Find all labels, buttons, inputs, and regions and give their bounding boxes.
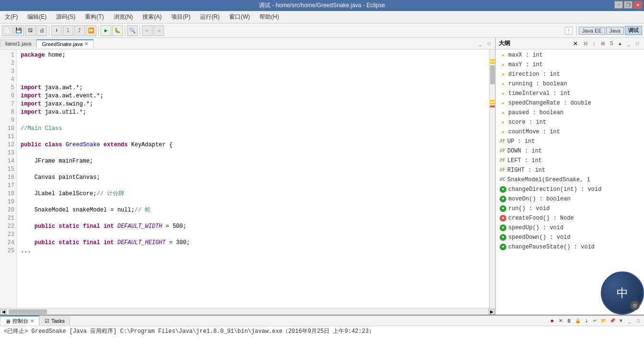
tab-console-close[interactable]: ✕	[30, 318, 34, 324]
outline-item-RIGHT[interactable]: ∂F RIGHT : int	[496, 165, 644, 175]
outline-item-maxX[interactable]: ▲ maxX : int	[496, 50, 644, 60]
outline-item-timeInterval[interactable]: ▲ timeInterval : int	[496, 89, 644, 98]
outline-hide-fields-btn[interactable]: ⊞	[599, 40, 607, 47]
toolbar-forward[interactable]: →	[153, 25, 164, 36]
deco-image: 中 ⚙	[601, 271, 644, 315]
hscroll-right-btn[interactable]: ▶	[488, 309, 495, 315]
console-scroll-end-btn[interactable]: ⤓	[583, 317, 590, 325]
editor-tab-bar: lianxi1.java GreedSnake.java ✕ _ □	[0, 38, 495, 49]
outline-expand-btn[interactable]: ▲	[616, 40, 624, 47]
settings-gear-icon[interactable]: ⚙	[630, 301, 640, 310]
outline-item-changeDirection[interactable]: ● changeDirection(int) : void	[496, 185, 644, 194]
field-icon: ▲	[500, 119, 506, 126]
outline-item-LEFT[interactable]: ∂F LEFT : int	[496, 156, 644, 165]
outline-item-DOWN[interactable]: ∂F DOWN : int	[496, 146, 644, 156]
restore-button[interactable]: ❐	[624, 1, 632, 9]
toolbar-save[interactable]: 💾	[13, 25, 24, 36]
outline-item-constructor[interactable]: ∂C SnakeModel(GreedSnake, i	[496, 175, 644, 185]
outline-item-maxY[interactable]: ▲ maxY : int	[496, 60, 644, 70]
perspective-java[interactable]: Java	[606, 27, 624, 35]
field-icon: ▲	[500, 52, 506, 59]
outline-hide-static-btn[interactable]: S	[608, 40, 615, 47]
toolbar-separator-2	[98, 26, 99, 35]
hscroll-thumb[interactable]	[9, 309, 47, 314]
close-button[interactable]: ✕	[633, 1, 642, 9]
console-terminate-remove-btn[interactable]: ✕	[557, 317, 564, 325]
toolbar-debug-step-into[interactable]: ⬇	[51, 25, 62, 36]
menu-file[interactable]: 文(F)	[2, 12, 21, 22]
outline-item-label: createFood() : Node	[508, 214, 574, 223]
menu-project[interactable]: 项目(P)	[168, 12, 193, 22]
outline-item-label: moveOn() : boolean	[508, 195, 571, 203]
toolbar-debug-step-over[interactable]: ⤵	[63, 25, 73, 36]
method-icon: ●	[500, 215, 506, 222]
perspective-debug[interactable]: 调试	[625, 26, 642, 35]
console-pin-btn[interactable]: 📌	[609, 317, 616, 325]
outline-item-createFood[interactable]: ● createFood() : Node	[496, 213, 644, 223]
method-icon: ●	[500, 196, 506, 202]
menu-search[interactable]: 搜索(A)	[140, 12, 164, 22]
toolbar-run[interactable]: ▶	[101, 25, 111, 36]
toolbar-new[interactable]: 📄	[2, 25, 12, 36]
menu-edit[interactable]: 编辑(E)	[24, 12, 49, 22]
code-editor[interactable]: 1 2 3 4 5 6 7 8 9 10 11 12 13 14 15 16 1…	[0, 49, 495, 308]
outline-maximize-btn[interactable]: □	[633, 40, 641, 47]
toolbar-save-all[interactable]: 🖫	[25, 25, 35, 36]
console-word-wrap-btn[interactable]: ↵	[591, 317, 599, 325]
console-clear-btn[interactable]: 🗑	[565, 317, 573, 325]
field-icon: ▲	[500, 81, 506, 87]
outline-item-moveOn[interactable]: ● moveOn() : boolean	[496, 194, 644, 204]
outline-item-direction[interactable]: ▲ direction : int	[496, 70, 644, 79]
outline-item-countMove[interactable]: ▲ countMove : int	[496, 127, 644, 137]
outline-sort-btn[interactable]: ↕	[590, 40, 598, 47]
menu-help[interactable]: 帮助(H)	[257, 12, 282, 22]
outline-close-icon[interactable]: ✕	[573, 40, 578, 47]
outline-item-UP[interactable]: ∂F UP : int	[496, 137, 644, 146]
outline-item-changePauseState[interactable]: ● changePauseState() : void	[496, 242, 644, 252]
horizontal-scrollbar[interactable]: ◀ ▶	[0, 308, 495, 315]
console-terminate-btn[interactable]: ■	[548, 317, 556, 325]
menu-navigate[interactable]: 浏览(N)	[111, 12, 136, 22]
hscroll-left-btn[interactable]: ◀	[0, 309, 7, 315]
tab-lianxi1[interactable]: lianxi1.java	[0, 39, 36, 47]
toolbar-back[interactable]: ←	[142, 25, 152, 36]
tab-maximize-btn[interactable]: □	[485, 40, 493, 47]
tab-tasks[interactable]: ☑ Tasks	[39, 317, 70, 325]
menu-refactor[interactable]: 重构(T)	[82, 12, 106, 22]
static-field-icon: ∂F	[500, 166, 505, 175]
tab-minimize-btn[interactable]: _	[477, 40, 484, 47]
outline-item-speedDown[interactable]: ● speedDown() : void	[496, 233, 644, 242]
bottom-maximize-btn[interactable]: □	[634, 317, 642, 325]
menu-window[interactable]: 窗口(W)	[226, 12, 253, 22]
toolbar-debug-step-return[interactable]: ⤴	[74, 25, 85, 36]
menu-source[interactable]: 源码(S)	[53, 12, 78, 22]
perspective-javaee[interactable]: Java EE	[579, 27, 605, 35]
toolbar-debug-resume[interactable]: ⏩	[86, 25, 96, 36]
quick-access-input[interactable]	[565, 27, 573, 35]
outline-item-score[interactable]: ▲ score : int	[496, 118, 644, 127]
bottom-minimize-btn[interactable]: _	[626, 317, 633, 325]
vertical-scrollbar[interactable]	[489, 49, 495, 308]
toolbar-print[interactable]: 🖨	[36, 25, 47, 36]
outline-item-running[interactable]: ▲ running : boolean	[496, 79, 644, 89]
field-icon: ▲	[500, 109, 506, 116]
console-open-file-btn[interactable]: 📂	[600, 317, 608, 325]
outline-item-speedChangeRate[interactable]: ▲ speedChangeRate : double	[496, 98, 644, 108]
tab-greedsnake[interactable]: GreedSnake.java ✕	[36, 39, 94, 48]
menu-run[interactable]: 运行(R)	[197, 12, 222, 22]
outline-item-run[interactable]: ● run() : void	[496, 204, 644, 213]
tab-greedsnake-close[interactable]: ✕	[84, 41, 88, 47]
minimize-button[interactable]: －	[614, 1, 623, 9]
toolbar-search[interactable]: 🔍	[127, 25, 138, 36]
outline-minimize-btn[interactable]: _	[625, 40, 632, 47]
outline-item-paused[interactable]: ▲ paused : boolean	[496, 108, 644, 118]
toolbar-debug[interactable]: 🐛	[112, 25, 123, 36]
tab-console[interactable]: 🖥 控制台 ✕	[0, 316, 39, 326]
console-scroll-lock-btn[interactable]: 🔒	[574, 317, 582, 325]
static-field-icon: ∂F	[500, 137, 505, 146]
outline-collapse-btn[interactable]: ⊟	[582, 40, 589, 47]
outline-item-speedUp[interactable]: ● speedUp() : void	[496, 223, 644, 233]
scroll-thumb[interactable]	[490, 65, 495, 84]
console-more-btn[interactable]: ▼	[617, 317, 625, 325]
code-content[interactable]: package home; import java.awt.*; import …	[17, 49, 489, 308]
